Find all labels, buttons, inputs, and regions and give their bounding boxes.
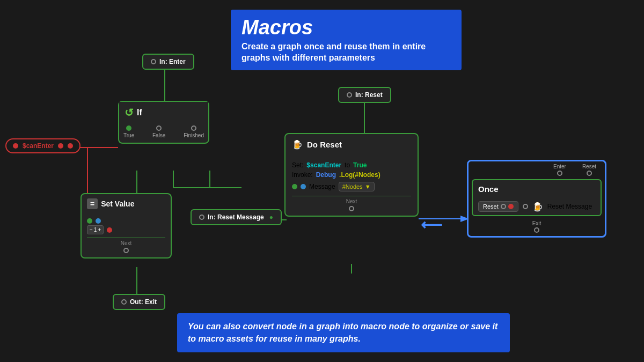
once-icon: 🍺 — [532, 202, 543, 212]
once-inner-node: Once Reset 🍺 Reset Message — [472, 179, 602, 216]
scan-enter-left-dot — [13, 143, 18, 149]
in-enter-terminal: In: Enter — [142, 54, 194, 70]
plus-icon: + — [98, 227, 101, 233]
in-reset-terminal: In: Reset — [338, 87, 391, 103]
exit-dot — [534, 227, 539, 233]
enter-dot — [557, 171, 562, 176]
once-header: Once — [473, 180, 601, 198]
if-ports: True False Finished — [119, 123, 208, 143]
to-text: to — [345, 161, 350, 169]
set-value-row2: − 1 + — [87, 225, 165, 234]
in-reset-dot — [347, 92, 352, 98]
title-subtitle: Create a graph once and reuse them in en… — [241, 41, 451, 64]
dropdown-arrow: ▼ — [365, 183, 371, 190]
minus-icon: − — [90, 227, 93, 233]
reset-btn-dot2 — [508, 204, 514, 209]
finished-dot — [191, 125, 196, 131]
once-msg-dot — [523, 204, 528, 209]
reset-btn-dot1 — [501, 204, 506, 209]
once-exit-port: Exit — [532, 220, 541, 235]
scan-enter-label: $canEnter — [23, 142, 54, 150]
bottom-info-box: You can also convert node in a graph int… — [177, 313, 510, 352]
bottom-info-text: You can also convert node in a graph int… — [188, 321, 499, 345]
if-header: ↺ If — [119, 102, 208, 123]
once-enter-port: Enter — [553, 164, 566, 176]
scan-enter-right-dot2 — [68, 143, 73, 149]
if-label: If — [137, 108, 142, 117]
scan-enter-right-dot — [58, 143, 63, 149]
invoke-prefix: Invoke: — [292, 171, 313, 179]
set-value-node[interactable]: = Set Value − 1 + Next — [80, 193, 172, 258]
if-port-true: True — [123, 125, 134, 138]
in-enter-dot — [151, 59, 156, 64]
set-value-header: = Set Value — [82, 194, 171, 213]
main-title: Macros — [241, 16, 451, 39]
log-method: .Log(#Nodes) — [339, 171, 380, 179]
set-value-label: Set Value — [101, 200, 134, 208]
reset-button[interactable]: Reset — [478, 201, 518, 212]
exit-label: Exit — [532, 220, 541, 226]
set-value-content: − 1 + Next — [82, 213, 171, 257]
sv-blue-dot — [96, 218, 101, 224]
sv-next-dot — [123, 248, 129, 253]
sv-green-dot — [87, 218, 92, 224]
once-label: Once — [478, 184, 499, 194]
message-row: Message #Nodes ▼ — [292, 182, 411, 191]
reset-dot — [587, 171, 592, 176]
once-top-ports: Enter Reset — [469, 161, 605, 176]
scan-enter-var: $scanEnter — [306, 161, 341, 169]
do-reset-header: 🍺 Do Reset — [286, 134, 418, 155]
reset-btn-label: Reset — [483, 203, 499, 210]
do-reset-content: Set: $scanEnter to True Invoke: Debug .L… — [286, 155, 418, 216]
sv-red-dot — [107, 227, 112, 233]
in-enter-label: In: Enter — [159, 58, 186, 65]
if-port-false: False — [152, 125, 165, 138]
debug-class: Debug — [316, 171, 336, 179]
do-reset-row1: Set: $scanEnter to True — [292, 161, 411, 169]
message-label: Message — [309, 183, 335, 190]
do-reset-label: Do Reset — [307, 140, 342, 149]
in-reset-msg-label: In: Reset Message — [208, 213, 264, 221]
in-reset-msg-dot — [199, 215, 204, 220]
do-reset-node[interactable]: 🍺 Do Reset Set: $scanEnter to True Invok… — [284, 133, 419, 217]
finished-label: Finished — [184, 132, 204, 138]
true-val: True — [353, 161, 367, 169]
num-val: 1 — [94, 227, 97, 233]
out-exit-dot — [121, 299, 127, 305]
set-prefix: Set: — [292, 161, 303, 169]
reset-msg-label: Reset Message — [547, 203, 592, 210]
equals-icon: = — [87, 198, 98, 209]
blue-arrow: ⟵ — [421, 216, 442, 234]
false-dot — [156, 125, 162, 131]
nodes-dropdown[interactable]: #Nodes ▼ — [339, 182, 375, 191]
out-reset-dot: ● — [269, 213, 273, 221]
in-reset-msg-terminal: In: Reset Message ● — [191, 209, 282, 225]
out-exit-terminal: Out: Exit — [113, 294, 165, 310]
once-macro-node[interactable]: Enter Reset Once Reset 🍺 Reset Message E… — [467, 160, 606, 238]
do-reset-row2: Invoke: Debug .Log(#Nodes) — [292, 171, 411, 179]
do-reset-next-dot — [349, 206, 354, 211]
true-dot — [126, 125, 131, 131]
num-input[interactable]: − 1 + — [87, 225, 104, 234]
if-icon: ↺ — [125, 106, 134, 119]
out-exit-label: Out: Exit — [130, 298, 157, 306]
once-reset-port: Reset — [582, 164, 596, 176]
set-value-row1 — [87, 218, 165, 224]
title-box: Macros Create a graph once and reuse the… — [231, 10, 462, 70]
scan-enter-node[interactable]: $canEnter — [5, 138, 80, 153]
set-value-next-label: Next — [87, 238, 165, 253]
once-content: Reset 🍺 Reset Message — [473, 198, 601, 215]
if-port-finished: Finished — [184, 125, 204, 138]
once-bottom-area: Exit — [469, 219, 605, 236]
enter-label: Enter — [553, 164, 566, 169]
nodes-val: #Nodes — [342, 183, 363, 190]
msg-green-dot — [292, 184, 297, 189]
msg-blue-dot — [301, 184, 306, 189]
do-reset-next-label: Next — [292, 196, 411, 211]
do-reset-icon: 🍺 — [292, 139, 303, 150]
if-node[interactable]: ↺ If True False Finished — [118, 101, 209, 144]
in-reset-label: In: Reset — [355, 91, 383, 99]
reset-top-label: Reset — [582, 164, 596, 169]
false-label: False — [152, 132, 165, 138]
true-label: True — [123, 132, 134, 138]
